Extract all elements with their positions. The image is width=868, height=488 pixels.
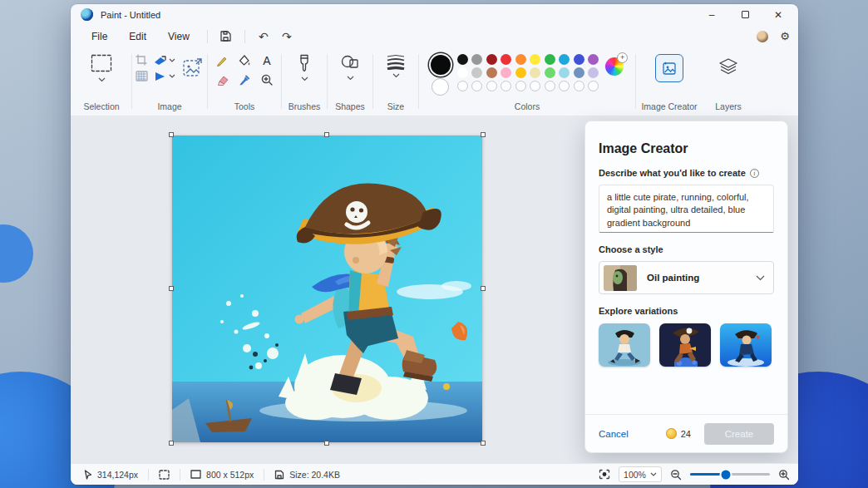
color-swatch[interactable] [530, 67, 540, 78]
selection-handle[interactable] [169, 441, 174, 446]
divider [264, 469, 264, 481]
style-thumbnail [604, 265, 637, 291]
selection-handle[interactable] [324, 441, 329, 446]
crop-icon[interactable] [136, 54, 148, 67]
color-swatch[interactable] [501, 67, 511, 78]
background-color-swatch[interactable] [432, 78, 449, 96]
color-swatch[interactable] [574, 67, 584, 78]
selection-handle[interactable] [169, 286, 174, 291]
style-dropdown[interactable]: Oil painting [599, 261, 774, 294]
zoom-level-dropdown[interactable]: 100% [619, 466, 662, 482]
color-swatch[interactable] [559, 67, 570, 78]
cancel-button[interactable]: Cancel [599, 429, 629, 439]
color-swatch[interactable] [486, 54, 497, 65]
variation-thumbnail-2[interactable] [659, 323, 711, 367]
selection-handle[interactable] [324, 132, 329, 137]
variation-thumbnail-1[interactable] [599, 323, 650, 367]
layers-button[interactable]: Layers [702, 47, 755, 116]
empty-color-slot[interactable] [457, 81, 468, 91]
selection-icon [91, 54, 112, 72]
divider [148, 469, 149, 481]
zoom-slider[interactable] [690, 473, 770, 476]
color-swatch[interactable] [486, 67, 497, 78]
empty-color-slot[interactable] [545, 81, 555, 91]
resize-button[interactable] [154, 55, 175, 67]
empty-color-slot[interactable] [559, 81, 570, 91]
size-group[interactable]: Size [374, 47, 417, 116]
empty-color-slot[interactable] [471, 81, 482, 91]
selection-handle[interactable] [169, 132, 174, 137]
menu-file[interactable]: File [81, 28, 118, 45]
paint-logo-icon [81, 8, 93, 21]
brushes-group[interactable]: Brushes [283, 47, 326, 116]
variation-thumbnail-3[interactable] [720, 323, 772, 367]
cursor-icon [84, 470, 92, 480]
shapes-group[interactable]: Shapes [328, 47, 372, 116]
color-swatch[interactable] [545, 54, 555, 65]
info-icon[interactable]: i [750, 169, 759, 178]
chevron-down-icon [347, 76, 354, 81]
redo-button[interactable]: ↷ [275, 27, 298, 46]
magnifier-tool-icon[interactable] [260, 73, 274, 86]
group-label: Brushes [289, 101, 321, 111]
maximize-button[interactable] [728, 4, 762, 25]
zoom-slider-thumb[interactable] [722, 470, 731, 479]
minimize-icon: – [709, 9, 715, 21]
color-swatch[interactable] [574, 54, 584, 65]
group-label: Image [157, 101, 181, 111]
color-swatch[interactable] [515, 67, 526, 78]
settings-gear-icon[interactable]: ⚙ [780, 30, 790, 42]
fit-to-screen-icon[interactable] [599, 469, 610, 480]
minimize-button[interactable]: – [695, 4, 728, 25]
edit-colors-wheel-icon[interactable] [605, 57, 624, 76]
undo-button[interactable]: ↶ [252, 27, 275, 46]
selection-handle[interactable] [481, 132, 486, 137]
foreground-color-swatch[interactable] [431, 55, 451, 75]
selection-handle[interactable] [481, 286, 486, 291]
fill-tool-icon[interactable] [238, 54, 251, 67]
remove-background-icon[interactable] [136, 71, 148, 81]
image-options-icon[interactable] [182, 57, 204, 79]
empty-color-slot[interactable] [588, 81, 599, 91]
chevron-down-icon [169, 74, 175, 78]
color-swatch[interactable] [471, 54, 482, 65]
pencil-tool-icon[interactable] [215, 54, 229, 67]
selection-handle[interactable] [481, 441, 486, 446]
color-swatch[interactable] [559, 54, 570, 65]
rotate-flip-button[interactable] [154, 71, 175, 81]
eyedropper-tool-icon[interactable] [238, 73, 251, 86]
color-swatch[interactable] [588, 67, 599, 78]
zoom-in-icon[interactable] [778, 469, 790, 481]
empty-color-slot[interactable] [515, 81, 526, 91]
empty-color-slot[interactable] [530, 81, 540, 91]
close-button[interactable]: ✕ [762, 4, 795, 25]
save-button[interactable] [215, 27, 238, 46]
color-swatch[interactable] [530, 54, 540, 65]
color-swatch[interactable] [515, 54, 526, 65]
menu-edit[interactable]: Edit [118, 28, 157, 45]
color-swatch[interactable] [588, 54, 599, 65]
empty-color-slot[interactable] [486, 81, 497, 91]
eraser-tool-icon[interactable] [215, 74, 229, 86]
prompt-input[interactable]: a little cute pirate, running, colorful,… [599, 185, 774, 233]
color-swatch[interactable] [457, 67, 468, 78]
chevron-down-icon[interactable] [98, 77, 106, 82]
variation-list [599, 323, 774, 367]
color-swatch[interactable] [471, 67, 482, 78]
text-tool-icon[interactable]: A [260, 54, 274, 67]
empty-color-slot[interactable] [501, 81, 511, 91]
zoom-out-icon[interactable] [670, 469, 682, 481]
menu-bar: File Edit View ↶ ↷ ⚙ [71, 25, 798, 47]
color-swatch[interactable] [501, 54, 511, 65]
style-value: Oil painting [647, 273, 699, 283]
create-button[interactable]: Create [704, 423, 774, 445]
color-swatch[interactable] [545, 67, 555, 78]
selection-tool-group[interactable]: Selection [72, 47, 131, 116]
account-avatar[interactable] [757, 31, 768, 42]
color-swatch[interactable] [457, 54, 468, 65]
empty-color-slot[interactable] [574, 81, 584, 91]
canvas-artwork[interactable] [172, 136, 482, 442]
image-creator-button[interactable]: Image Creator [637, 47, 702, 116]
line-size-icon [386, 54, 406, 70]
menu-view[interactable]: View [157, 28, 200, 45]
